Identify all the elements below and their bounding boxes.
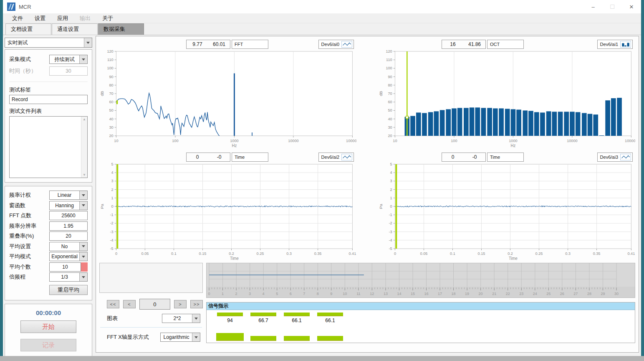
chevron-down-icon[interactable] — [192, 314, 200, 323]
param-label: 频率计权 — [9, 191, 49, 199]
oct-bar — [599, 135, 604, 136]
param-label: 平均模式 — [9, 253, 49, 260]
oct-bar — [440, 110, 445, 136]
time-ai2-channel-button[interactable]: Dev6/ai2 — [318, 153, 354, 162]
svg-text:80: 80 — [109, 83, 114, 87]
test-mode-select[interactable]: 实时测试 — [5, 38, 92, 48]
param-input[interactable]: 10 — [49, 262, 81, 272]
time-ai2-header: 0 -0 Time Dev6/ai2 — [99, 152, 356, 163]
svg-text:16: 16 — [424, 292, 429, 296]
menu-file[interactable]: 文件 — [6, 15, 29, 22]
time-ai3-channel-button[interactable]: Dev6/ai3 — [597, 153, 633, 162]
test-file-list[interactable]: ▲ ▼ — [9, 116, 88, 178]
record-timeline[interactable]: 0123456789101112131415161718192021222324… — [206, 263, 635, 298]
last-page-button[interactable]: >> — [190, 300, 203, 308]
oct-plot-area[interactable]: 1010010001000010000020304050607080901001… — [378, 50, 635, 148]
restart-average-button[interactable]: 重启平均 — [49, 285, 88, 295]
time-ai3-type-box[interactable]: Time — [487, 153, 524, 162]
next-page-button[interactable]: > — [174, 300, 187, 308]
x-axis-label: Time — [509, 256, 518, 261]
oct-type-box[interactable]: OCT — [487, 40, 524, 49]
svg-text:110: 110 — [386, 58, 392, 62]
menu-application[interactable]: 应用 — [51, 15, 74, 22]
menu-settings[interactable]: 设置 — [29, 15, 51, 22]
close-button[interactable]: ✕ — [622, 0, 641, 13]
svg-text:26: 26 — [560, 292, 564, 296]
bar-chart-icon — [620, 41, 631, 48]
taskbar-strip — [0, 356, 644, 361]
page-navigator: << < 0 > >> — [107, 299, 203, 310]
svg-text:60: 60 — [388, 100, 392, 104]
fft-type-box[interactable]: FFT — [232, 40, 268, 49]
file-list-scrollbar[interactable]: ▲ ▼ — [81, 117, 87, 178]
chevron-down-icon[interactable] — [79, 252, 87, 261]
svg-text:100: 100 — [386, 66, 392, 70]
maximize-button[interactable]: ☐ — [603, 0, 622, 13]
chevron-down-icon[interactable] — [79, 273, 87, 281]
page-number-box[interactable]: 0 — [139, 299, 170, 310]
signal-status-bar — [250, 336, 276, 341]
fft-channel-name: Dev6/ai0 — [321, 42, 339, 47]
prev-page-button[interactable]: < — [123, 300, 136, 308]
chevron-down-icon[interactable] — [192, 333, 200, 341]
svg-text:20: 20 — [109, 134, 114, 138]
svg-text:1000: 1000 — [509, 139, 517, 143]
time-ai3-plot-area[interactable]: 00.050.10.150.20.250.30.350.41-5-4-3-2-1… — [378, 163, 635, 261]
param-input[interactable]: 25600 — [49, 211, 88, 220]
oct-channel-button[interactable]: Dev6/ai1 — [597, 40, 633, 49]
chevron-down-icon[interactable] — [79, 55, 87, 64]
param-label: 平均设置 — [9, 243, 49, 250]
oct-bar — [605, 100, 610, 136]
svg-text:120: 120 — [386, 50, 392, 53]
svg-text:0.25: 0.25 — [257, 252, 264, 256]
fft-channel-button[interactable]: Dev6/ai0 — [318, 40, 354, 49]
signal-indicator-panel: 信号指示 9466.766.166.1 — [206, 302, 635, 343]
tab-channel-settings[interactable]: 通道设置 — [52, 23, 98, 35]
svg-text:1000: 1000 — [230, 139, 238, 143]
param-select[interactable]: Hanning — [49, 201, 88, 210]
tab-document-settings[interactable]: 文档设置 — [5, 23, 51, 35]
svg-text:90: 90 — [109, 74, 114, 79]
scroll-down-icon[interactable]: ▼ — [83, 173, 86, 177]
param-select[interactable]: Linear — [49, 191, 88, 200]
time-cursor-line — [116, 164, 118, 249]
chevron-down-icon[interactable] — [79, 191, 87, 199]
chevron-down-icon[interactable] — [79, 201, 87, 210]
start-button[interactable]: 开始 — [20, 320, 76, 333]
param-value: Exponential — [50, 252, 79, 261]
param-select[interactable]: 1/3 — [49, 272, 88, 282]
signal-status-bar — [317, 336, 343, 341]
fft-cursor-marker — [116, 100, 118, 104]
param-input[interactable]: 1.95 — [49, 221, 88, 231]
param-input[interactable]: 20 — [49, 231, 88, 241]
chart-layout-select[interactable]: 2*2 — [162, 314, 200, 323]
oct-bar — [487, 108, 492, 136]
svg-text:17: 17 — [438, 292, 442, 296]
fft-plot-area[interactable]: 1010010001000010000020304050607080901001… — [99, 50, 356, 148]
svg-text:21: 21 — [492, 292, 496, 296]
param-select[interactable]: No — [49, 242, 88, 251]
oct-cursor-x: 16 — [442, 40, 464, 48]
time-ai2-cursor-readout: 0 -0 — [186, 153, 230, 162]
svg-text:23: 23 — [519, 292, 523, 296]
first-page-button[interactable]: << — [107, 300, 119, 308]
signal-indicator-title: 信号指示 — [207, 303, 635, 310]
minimize-button[interactable]: – — [583, 0, 603, 13]
oct-bar — [470, 107, 475, 136]
chevron-down-icon[interactable] — [84, 38, 92, 47]
time-ai2-plot-area[interactable]: 00.050.10.150.20.250.30.350.41-5-4-3-2-1… — [99, 163, 356, 261]
tab-data-acquisition[interactable]: 数据采集 — [98, 23, 144, 35]
svg-text:10: 10 — [114, 139, 118, 143]
oct-bar — [516, 109, 521, 136]
scroll-up-icon[interactable]: ▲ — [83, 117, 86, 121]
param-select[interactable]: Exponential — [49, 252, 88, 261]
oct-bar — [511, 109, 516, 136]
time-ai2-type-box[interactable]: Time — [232, 153, 268, 162]
test-tag-field[interactable]: Record — [9, 95, 88, 104]
menu-about[interactable]: 关于 — [96, 15, 119, 22]
svg-text:0: 0 — [115, 252, 117, 256]
acquisition-mode-select[interactable]: 持续测试 — [49, 55, 88, 64]
chevron-down-icon[interactable] — [79, 242, 87, 251]
fft-xaxis-mode-select[interactable]: Logarithmic — [160, 333, 200, 342]
svg-text:15: 15 — [411, 292, 415, 296]
